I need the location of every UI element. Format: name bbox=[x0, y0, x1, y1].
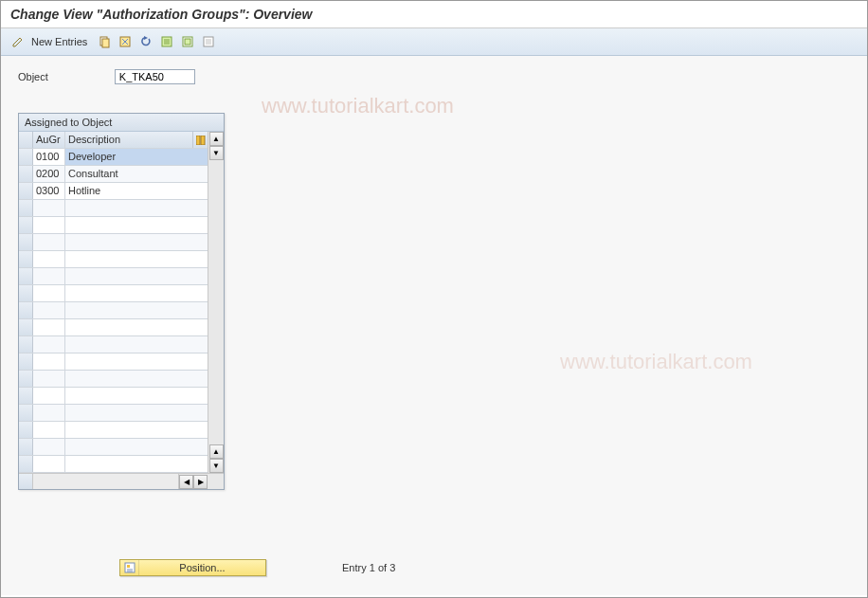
table-row-empty[interactable] bbox=[19, 200, 208, 217]
scroll-right-icon[interactable]: ▶ bbox=[193, 475, 208, 489]
row-selector[interactable] bbox=[19, 371, 33, 387]
table-row-empty[interactable] bbox=[19, 388, 208, 405]
row-selector[interactable] bbox=[19, 319, 33, 335]
cell-augr[interactable] bbox=[33, 234, 65, 250]
table-row-empty[interactable] bbox=[19, 439, 208, 456]
cell-desc[interactable] bbox=[65, 251, 208, 267]
row-selector[interactable] bbox=[19, 200, 33, 216]
cell-desc[interactable] bbox=[65, 388, 208, 404]
col-header-augr[interactable]: AuGr bbox=[33, 132, 65, 148]
cell-augr[interactable]: 0200 bbox=[33, 166, 65, 182]
cell-augr[interactable] bbox=[33, 353, 65, 370]
row-selector[interactable] bbox=[19, 251, 33, 267]
cell-augr[interactable] bbox=[33, 319, 65, 335]
object-input[interactable] bbox=[115, 69, 195, 84]
cell-desc[interactable] bbox=[65, 319, 208, 335]
table-row-empty[interactable] bbox=[19, 268, 208, 285]
cell-desc[interactable] bbox=[65, 217, 208, 233]
cell-augr[interactable] bbox=[33, 456, 65, 472]
row-selector[interactable] bbox=[19, 439, 33, 455]
row-selector[interactable] bbox=[19, 456, 33, 472]
deselect-all-icon[interactable] bbox=[199, 32, 218, 51]
table-row-empty[interactable] bbox=[19, 371, 208, 388]
table-row[interactable]: 0200Consultant bbox=[19, 166, 208, 183]
row-selector[interactable] bbox=[19, 353, 33, 370]
row-selector[interactable] bbox=[19, 388, 33, 404]
cell-augr[interactable] bbox=[33, 268, 65, 284]
scroll-up-icon[interactable]: ▲ bbox=[209, 132, 224, 146]
table-row-empty[interactable] bbox=[19, 251, 208, 268]
table-row[interactable]: 0300Hotline bbox=[19, 183, 208, 200]
scroll-down-step-icon[interactable]: ▼ bbox=[209, 146, 224, 160]
cell-augr[interactable] bbox=[33, 371, 65, 387]
cell-augr[interactable] bbox=[33, 217, 65, 233]
cell-desc[interactable] bbox=[65, 336, 208, 353]
select-block-icon[interactable] bbox=[178, 32, 197, 51]
table-row-empty[interactable] bbox=[19, 234, 208, 251]
cell-augr[interactable] bbox=[33, 251, 65, 267]
table-row-empty[interactable] bbox=[19, 319, 208, 336]
row-selector[interactable] bbox=[19, 183, 33, 199]
cell-desc[interactable] bbox=[65, 268, 208, 284]
hscroll-track[interactable] bbox=[33, 474, 179, 489]
row-selector[interactable] bbox=[19, 234, 33, 250]
scroll-left-icon[interactable]: ◀ bbox=[179, 475, 193, 489]
cell-augr[interactable] bbox=[33, 302, 65, 318]
select-all-icon[interactable] bbox=[157, 32, 176, 51]
row-selector[interactable] bbox=[19, 285, 33, 301]
cell-augr[interactable] bbox=[33, 422, 65, 438]
cell-desc[interactable] bbox=[65, 456, 208, 472]
cell-augr[interactable] bbox=[33, 439, 65, 455]
row-selector[interactable] bbox=[19, 336, 33, 353]
table-row[interactable]: 0100Developer bbox=[19, 149, 208, 166]
horizontal-scrollbar[interactable]: ◀ ▶ bbox=[19, 473, 224, 489]
table-row-empty[interactable] bbox=[19, 302, 208, 319]
cell-desc[interactable] bbox=[65, 285, 208, 301]
cell-augr[interactable] bbox=[33, 285, 65, 301]
cell-augr[interactable] bbox=[33, 200, 65, 216]
position-button[interactable]: Position... bbox=[119, 559, 266, 576]
configure-columns-icon[interactable] bbox=[192, 132, 208, 148]
new-entries-button[interactable]: New Entries bbox=[29, 32, 93, 51]
cell-desc[interactable] bbox=[65, 439, 208, 455]
cell-desc[interactable] bbox=[65, 234, 208, 250]
cell-augr[interactable]: 0300 bbox=[33, 183, 65, 199]
cell-desc[interactable] bbox=[65, 422, 208, 438]
vertical-scrollbar[interactable]: ▲ ▼ ▲ ▼ bbox=[208, 132, 224, 473]
row-selector[interactable] bbox=[19, 422, 33, 438]
table-row-empty[interactable] bbox=[19, 422, 208, 439]
row-selector[interactable] bbox=[19, 405, 33, 421]
table-row-empty[interactable] bbox=[19, 456, 208, 473]
row-selector[interactable] bbox=[19, 268, 33, 284]
table-row-empty[interactable] bbox=[19, 336, 208, 353]
row-selector-header[interactable] bbox=[19, 132, 33, 148]
scroll-up-step-icon[interactable]: ▲ bbox=[209, 444, 224, 459]
copy-as-icon[interactable] bbox=[95, 32, 114, 51]
delete-icon[interactable] bbox=[116, 32, 135, 51]
cell-desc[interactable]: Consultant bbox=[65, 166, 208, 182]
cell-desc[interactable] bbox=[65, 200, 208, 216]
page-title: Change View "Authorization Groups": Over… bbox=[10, 7, 858, 22]
table-row-empty[interactable] bbox=[19, 217, 208, 234]
row-selector[interactable] bbox=[19, 166, 33, 182]
cell-desc[interactable] bbox=[65, 405, 208, 421]
table-row-empty[interactable] bbox=[19, 353, 208, 371]
cell-augr[interactable]: 0100 bbox=[33, 149, 65, 165]
col-header-desc[interactable]: Description bbox=[65, 132, 192, 148]
undo-change-icon[interactable] bbox=[136, 32, 155, 51]
cell-desc[interactable] bbox=[65, 353, 208, 370]
cell-desc[interactable] bbox=[65, 371, 208, 387]
cell-augr[interactable] bbox=[33, 388, 65, 404]
cell-desc[interactable]: Developer bbox=[65, 149, 208, 165]
table-row-empty[interactable] bbox=[19, 285, 208, 302]
table-row-empty[interactable] bbox=[19, 405, 208, 422]
row-selector[interactable] bbox=[19, 217, 33, 233]
cell-augr[interactable] bbox=[33, 405, 65, 421]
cell-augr[interactable] bbox=[33, 336, 65, 353]
row-selector[interactable] bbox=[19, 302, 33, 318]
cell-desc[interactable] bbox=[65, 302, 208, 318]
cell-desc[interactable]: Hotline bbox=[65, 183, 208, 199]
toggle-display-change-icon[interactable] bbox=[9, 32, 27, 51]
row-selector[interactable] bbox=[19, 149, 33, 165]
scroll-down-icon[interactable]: ▼ bbox=[209, 459, 224, 473]
